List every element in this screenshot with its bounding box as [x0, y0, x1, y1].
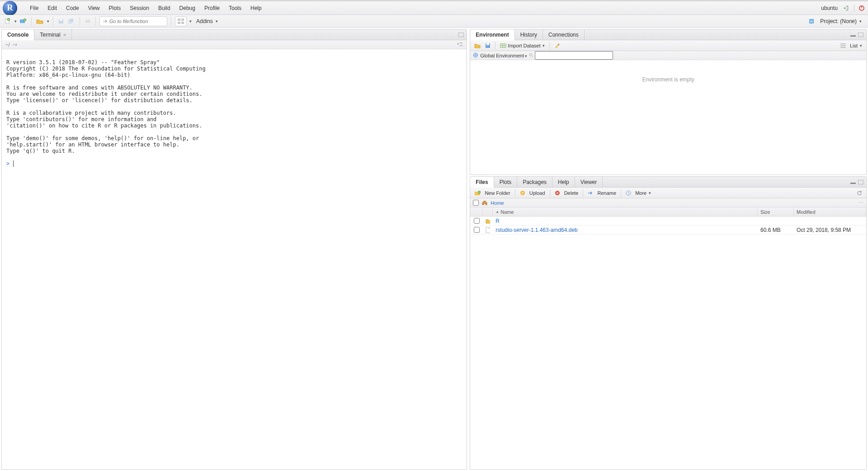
home-icon[interactable] — [481, 200, 488, 206]
goto-file-input[interactable] — [99, 16, 167, 26]
file-checkbox[interactable] — [474, 218, 480, 224]
quit-icon[interactable] — [858, 5, 865, 12]
tab-history[interactable]: History — [515, 29, 543, 40]
addins-menu[interactable]: Addins▾ — [193, 16, 221, 26]
pane-minimize-icon[interactable] — [850, 33, 856, 37]
file-size — [758, 217, 794, 225]
env-scope-menu[interactable]: Global Environment▾ — [480, 53, 527, 58]
pane-maximize-icon[interactable] — [858, 33, 863, 37]
svg-rect-33 — [486, 227, 490, 233]
file-icon — [483, 226, 493, 234]
env-search-input[interactable] — [529, 51, 613, 60]
svg-rect-19 — [850, 35, 856, 37]
menu-code[interactable]: Code — [61, 2, 84, 14]
menu-profile[interactable]: Profile — [200, 2, 224, 14]
print-icon — [84, 17, 92, 26]
file-row[interactable]: rstudio-server-1.1.463-amd64.deb60.6 MBO… — [470, 226, 866, 235]
working-dir-label: ~/ — [5, 42, 9, 47]
file-checkbox[interactable] — [474, 227, 480, 233]
console-output[interactable]: R version 3.5.1 (2018-07-02) -- "Feather… — [2, 49, 467, 469]
files-pane: Files Plots Packages Help Viewer New Fol… — [470, 176, 867, 470]
tab-viewer[interactable]: Viewer — [575, 177, 603, 187]
search-icon — [529, 53, 533, 57]
upload-button[interactable]: Upload — [519, 190, 547, 196]
more-ellipsis-icon[interactable]: ⋯ — [859, 200, 863, 206]
save-all-icon — [67, 17, 76, 26]
close-icon[interactable]: × — [63, 32, 66, 38]
menu-build[interactable]: Build — [154, 2, 175, 14]
file-modified: Oct 29, 2018, 9:58 PM — [794, 226, 866, 234]
menu-plots[interactable]: Plots — [104, 2, 126, 14]
tab-terminal[interactable]: Terminal× — [34, 29, 72, 40]
menu-view[interactable]: View — [84, 2, 104, 14]
menu-session[interactable]: Session — [125, 2, 154, 14]
env-view-mode[interactable]: List▾ — [839, 43, 863, 48]
file-name-link[interactable]: R — [495, 218, 500, 224]
tab-console[interactable]: Console — [2, 29, 34, 40]
menu-tools[interactable]: Tools — [224, 2, 246, 14]
import-dataset-menu[interactable]: Import Dataset▾ — [499, 43, 546, 48]
svg-rect-1 — [861, 5, 862, 8]
console-tabbar: Console Terminal× — [2, 29, 467, 40]
new-project-icon[interactable] — [19, 17, 28, 26]
menu-edit[interactable]: Edit — [43, 2, 61, 14]
workspace-panes-icon[interactable] — [175, 16, 187, 26]
tab-help[interactable]: Help — [552, 177, 575, 187]
project-icon: R — [807, 17, 816, 26]
global-toolbar: ▾ ▾ ▾ Addins▾ R Project: (None)▾ — [0, 15, 868, 28]
col-size[interactable]: Size — [758, 207, 794, 216]
save-workspace-icon[interactable] — [484, 43, 492, 48]
app-window: R FileEditCodeViewPlotsSessionBuildDebug… — [0, 0, 868, 471]
more-menu[interactable]: More▾ — [624, 190, 652, 196]
svg-rect-22 — [486, 43, 489, 45]
breadcrumb-home[interactable]: Home — [491, 200, 504, 206]
main-area: Console Terminal× ~/ R version 3.5.1 (20… — [0, 28, 868, 471]
svg-rect-11 — [86, 19, 89, 20]
svg-rect-28 — [858, 180, 863, 184]
environment-pane: Environment History Connections Im — [470, 29, 867, 175]
tab-connections[interactable]: Connections — [543, 29, 585, 40]
svg-rect-7 — [60, 19, 62, 21]
pane-minimize-icon[interactable] — [850, 180, 856, 184]
env-scope-icon — [473, 52, 478, 59]
open-file-icon[interactable] — [35, 17, 44, 26]
clear-objects-icon[interactable] — [553, 43, 562, 48]
svg-rect-18 — [458, 33, 464, 37]
menu-debug[interactable]: Debug — [175, 2, 200, 14]
svg-rect-14 — [178, 22, 180, 24]
tab-files[interactable]: Files — [470, 177, 494, 187]
tab-plots[interactable]: Plots — [494, 177, 518, 187]
svg-rect-10 — [85, 20, 90, 23]
menu-help[interactable]: Help — [246, 2, 266, 14]
files-select-all-checkbox[interactable] — [473, 200, 479, 206]
tab-environment[interactable]: Environment — [470, 29, 514, 40]
file-row[interactable]: R — [470, 217, 866, 226]
svg-rect-9 — [70, 19, 74, 23]
file-name-link[interactable]: rstudio-server-1.1.463-amd64.deb — [495, 227, 577, 233]
console-pane: Console Terminal× ~/ R version 3.5.1 (20… — [1, 29, 467, 470]
sign-out-icon[interactable] — [843, 5, 850, 12]
menu-file[interactable]: File — [25, 2, 43, 14]
file-modified — [794, 217, 866, 225]
refresh-icon[interactable] — [855, 190, 863, 196]
col-name[interactable]: ▲Name — [493, 207, 758, 216]
svg-rect-13 — [181, 19, 184, 21]
rename-button[interactable]: Rename — [586, 190, 618, 196]
new-file-icon[interactable] — [4, 17, 12, 26]
svg-point-26 — [529, 53, 532, 56]
open-dir-icon[interactable] — [12, 42, 18, 47]
env-body: Environment is empty — [470, 60, 866, 174]
pane-maximize-icon[interactable] — [458, 33, 464, 37]
delete-button[interactable]: Delete — [553, 190, 580, 196]
folder-icon — [483, 217, 493, 225]
project-menu[interactable]: Project: (None)▾ — [817, 16, 864, 26]
col-modified[interactable]: Modified — [794, 207, 866, 216]
tab-packages[interactable]: Packages — [517, 177, 552, 187]
new-folder-button[interactable]: New Folder — [473, 190, 511, 196]
clear-console-icon[interactable] — [457, 42, 463, 48]
load-workspace-icon[interactable] — [473, 43, 482, 48]
files-list: Rrstudio-server-1.1.463-amd64.deb60.6 MB… — [470, 217, 866, 469]
username-label: ubuntu — [819, 3, 840, 13]
pane-maximize-icon[interactable] — [858, 180, 863, 184]
file-size: 60.6 MB — [758, 226, 794, 234]
